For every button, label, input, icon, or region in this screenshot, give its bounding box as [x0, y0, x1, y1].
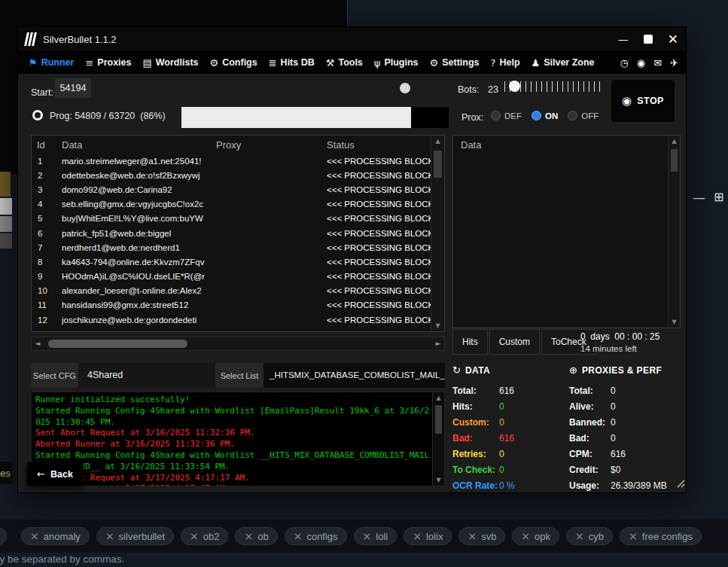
tag-chip[interactable]: × cyb [566, 527, 613, 545]
grid-vertical-scrollbar[interactable]: ▲ ▼ [431, 136, 444, 331]
column-header-proxy[interactable]: Proxy [216, 139, 327, 151]
panel-vertical-scrollbar[interactable]: ▲ ▼ [668, 136, 680, 328]
menu-item[interactable]: ≡ Proxies [85, 57, 131, 69]
proxy-mode-option[interactable]: OFF [568, 111, 599, 120]
scroll-up-icon[interactable]: ▲ [433, 392, 444, 404]
scroll-down-icon[interactable]: ▼ [669, 316, 680, 328]
scroll-up-icon[interactable]: ▲ [431, 136, 444, 147]
title-bar[interactable]: SilverBullet 1.1.2 — ✕ [18, 27, 686, 51]
results-tab[interactable]: Custom [489, 329, 540, 355]
screenshot-icon[interactable]: ◉ [637, 57, 645, 69]
grid-horizontal-scrollbar[interactable]: ◄ ► [31, 337, 445, 351]
minimize-button[interactable]: — [618, 33, 629, 45]
scroll-right-icon[interactable]: ► [432, 337, 444, 350]
background-minimize-icon[interactable]: — [693, 190, 705, 205]
proxies-stats-panel: ⊕ PROXIES & PERF Total: 0 Alive: 0 Banne… [569, 364, 699, 493]
proxy-mode-option[interactable]: DEF [491, 111, 522, 120]
menu-item[interactable]: ? Help [491, 57, 520, 69]
table-row[interactable]: 7 nerdherd1@web.de:nerdherd1 <<< PROCESS… [32, 240, 431, 255]
tag-chip[interactable]: × silverbullet [96, 527, 174, 545]
table-row[interactable]: 5 buy|WhitEmEl!L%Y@live.com:buYW <<< PRO… [32, 212, 431, 226]
table-row[interactable]: 4 seb.elling@gmx.de:vgyjucgbsC!ox2c <<< … [32, 197, 431, 212]
stat-row: Retries: 0 [452, 446, 565, 462]
tag-chip[interactable]: × anomaly [21, 527, 90, 545]
tag-chip[interactable]: × lolix [404, 527, 452, 545]
menu-item[interactable]: ⚙ Configs [210, 57, 257, 69]
remove-tag-icon[interactable]: × [575, 530, 584, 542]
menu-item[interactable]: ⚑ Runner [29, 57, 74, 69]
stat-value: $0 [611, 465, 620, 475]
start-slider-thumb[interactable] [400, 83, 410, 93]
remove-tag-icon[interactable]: × [105, 530, 114, 542]
table-row[interactable]: 2 odettebeske@web.de:o!sf2Bzxwywj <<< PR… [32, 168, 431, 182]
tag-chip[interactable]: × ob [235, 527, 277, 545]
config-value-field[interactable]: 4Shared [78, 363, 215, 388]
select-config-button[interactable]: Select CFG [31, 363, 78, 388]
table-row[interactable]: 8 ka4643-794@online.de:Kkvzm7ZFqv <<< PR… [32, 255, 431, 269]
maximize-button[interactable] [644, 35, 653, 44]
proxy-mode-option[interactable]: ON [532, 111, 558, 120]
menu-item[interactable]: ⚒ Tools [326, 57, 363, 69]
table-row[interactable]: 10 alexander_loeser@t-online.de:Alex2 <<… [32, 284, 431, 298]
scrollbar-thumb[interactable] [671, 149, 678, 172]
table-row[interactable]: 13 darkdog81@gmx.de:runner <<< PROCESSIN… [32, 327, 431, 331]
resize-grip[interactable] [675, 477, 685, 488]
column-header-data[interactable]: Data [62, 139, 216, 151]
table-row[interactable]: 6 patrick_fp51@web.de:biggel <<< PROCESS… [32, 226, 431, 240]
remove-tag-icon[interactable]: × [363, 530, 372, 542]
table-row[interactable]: 3 domo992@web.de:Carina92 <<< PROCESSING… [32, 182, 431, 197]
stat-row: Custom: 0 [452, 414, 565, 430]
background-partial-button[interactable]: es [0, 462, 12, 484]
remove-tag-icon[interactable]: × [468, 530, 477, 542]
tag-chip[interactable]: × opk [512, 527, 559, 545]
column-header-status[interactable]: Status [327, 139, 444, 151]
history-icon[interactable]: ◷ [620, 57, 629, 69]
wordlist-value-field[interactable]: _HITSMIX_DATABASE_COMBOLIST_MAIL_PAS [263, 363, 445, 388]
menu-item[interactable]: ψ Plugins [374, 57, 419, 69]
table-row[interactable]: 11 hansidansi99@gmx.de:street512 <<< PRO… [32, 298, 431, 312]
chat-icon[interactable]: ✉ [653, 57, 662, 69]
stat-value: 0 [499, 465, 504, 475]
tag-chip[interactable]: × free configs [620, 527, 702, 545]
table-row[interactable]: 12 joschikunze@web.de:gordondedeti <<< P… [32, 312, 431, 327]
remove-tag-icon[interactable]: × [294, 530, 303, 542]
remove-tag-icon[interactable]: × [521, 530, 530, 542]
table-row[interactable]: 1 mario.streimelweger@a1.net:25041! <<< … [32, 154, 431, 168]
tag-chip[interactable]: × loli [354, 527, 398, 545]
scroll-down-icon[interactable]: ▼ [431, 320, 444, 331]
remove-tag-icon[interactable]: × [190, 530, 199, 542]
scrollbar-thumb[interactable] [434, 151, 442, 178]
scroll-left-icon[interactable]: ◄ [32, 337, 44, 350]
results-tab[interactable]: Hits [452, 329, 488, 355]
scrollbar-thumb[interactable] [435, 405, 442, 434]
background-restore-icon[interactable]: ⊞ [714, 190, 723, 204]
start-input[interactable] [55, 78, 91, 98]
table-row[interactable]: 9 HOOdmA)iL@sC%IOU.dseLIE*R(@r <<< PROCE… [32, 270, 431, 284]
back-button[interactable]: ← Back [27, 462, 83, 486]
log-vertical-scrollbar[interactable]: ▲ ▼ [432, 392, 444, 486]
scrollbar-thumb[interactable] [48, 340, 187, 348]
tag-chip[interactable]: × svb [458, 527, 505, 545]
bots-slider-thumb[interactable] [509, 81, 520, 92]
remove-tag-icon[interactable]: × [413, 530, 422, 542]
menu-item[interactable]: ⚙ Settings [430, 57, 480, 69]
remove-tag-icon[interactable]: × [30, 530, 39, 542]
send-icon[interactable]: ✈ [670, 57, 678, 69]
scroll-up-icon[interactable]: ▲ [669, 136, 680, 147]
stop-button[interactable]: ◉ STOP [611, 79, 675, 123]
log-line: Aborted Runner at 3/16/2025 11:32:36 PM. [35, 439, 431, 450]
remove-tag-icon[interactable]: × [629, 530, 638, 542]
cell-data: mario.streimelweger@a1.net:25041! [62, 157, 216, 166]
menu-item[interactable]: ≣ Hits DB [269, 57, 315, 69]
select-list-button[interactable]: Select List [215, 363, 263, 388]
tag-chip[interactable]: × ob2 [181, 527, 228, 545]
tag-chip[interactable]: × configs [285, 527, 347, 545]
scroll-down-icon[interactable]: ▼ [433, 474, 444, 486]
menu-item-icon: ⚙ [210, 57, 219, 69]
menu-item[interactable]: ▤ Wordlists [142, 57, 198, 69]
menu-item[interactable]: ♟ Silver Zone [532, 57, 595, 69]
proxy-mode-label: ON [545, 111, 558, 120]
column-header-id[interactable]: Id [32, 139, 62, 151]
close-button[interactable]: ✕ [668, 32, 678, 47]
remove-tag-icon[interactable]: × [244, 530, 253, 542]
